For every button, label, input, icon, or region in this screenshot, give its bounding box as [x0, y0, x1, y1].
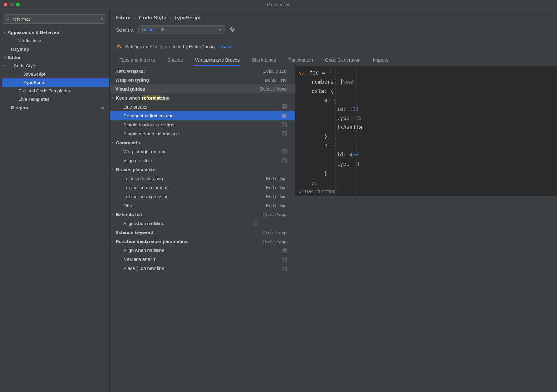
- pin-icon: ▭: [100, 105, 104, 110]
- setting-value: Do not wrap: [263, 230, 291, 235]
- setting-row[interactable]: New line after '(': [110, 255, 295, 264]
- setting-row[interactable]: Visual guidesDefault: None: [110, 84, 295, 93]
- gear-icon[interactable]: [229, 27, 235, 33]
- sidebar-item-file-and-code-templates[interactable]: File and Code Templates: [2, 87, 109, 95]
- setting-row[interactable]: Extends keywordDo not wrap: [110, 228, 295, 237]
- warning-row: Settings may be overridden by EditorConf…: [110, 39, 557, 54]
- tab-imports[interactable]: Imports: [372, 54, 389, 66]
- content-panel: Editor›Code Style›TypeScript Scheme: Def…: [110, 9, 557, 392]
- setting-row[interactable]: Align when multiline: [110, 246, 295, 255]
- checkbox[interactable]: [282, 131, 287, 136]
- checkbox[interactable]: [282, 248, 287, 253]
- tab-punctuation[interactable]: Punctuation: [288, 54, 313, 66]
- sidebar-item-label: JavaScript: [23, 71, 45, 77]
- sidebar-item-label: Plugins: [11, 105, 28, 110]
- setting-row[interactable]: ▾Function declaration parametersDo not w…: [110, 237, 295, 246]
- setting-value: Do not wrap: [263, 239, 291, 244]
- scheme-suffix: IDE: [158, 27, 165, 32]
- clear-icon[interactable]: ✕: [100, 16, 104, 21]
- breadcrumb-item[interactable]: Code Style: [139, 15, 166, 21]
- scheme-row: Scheme: DefaultIDE ▼: [110, 25, 557, 39]
- setting-label: New line after '(': [123, 257, 156, 262]
- tab-tabs-and-indents[interactable]: Tabs and Indents: [119, 54, 155, 66]
- sidebar-item-plugins[interactable]: Plugins▭: [2, 103, 109, 112]
- setting-value: Do not wrap: [263, 212, 291, 217]
- tab-wrapping-and-braces[interactable]: Wrapping and Braces: [194, 54, 240, 66]
- checkbox[interactable]: [282, 266, 287, 271]
- setting-label: Wrap on typing: [115, 77, 149, 83]
- sidebar-item-label: Code Style: [14, 63, 36, 68]
- sidebar-item-code-style[interactable]: ▾Code Style: [2, 62, 109, 70]
- window-title: Preferences: [267, 2, 290, 7]
- traffic-lights: [0, 3, 20, 6]
- setting-label: Function declaration parameters: [116, 239, 188, 244]
- sidebar-item-label: Appearance & Behavior: [7, 30, 60, 35]
- sidebar-item-typescript[interactable]: TypeScript: [2, 78, 109, 87]
- checkbox[interactable]: [282, 113, 287, 118]
- setting-row[interactable]: Simple blocks in one line: [110, 120, 295, 129]
- setting-row[interactable]: ▾Extends listDo not wrap: [110, 210, 295, 219]
- setting-row[interactable]: Hard wrap at:Default: 120: [110, 66, 295, 75]
- tab-code-generation[interactable]: Code Generation: [325, 54, 361, 66]
- setting-row[interactable]: Align when multiline: [110, 219, 295, 228]
- sidebar-item-notifications[interactable]: Notifications: [2, 36, 109, 45]
- setting-row[interactable]: ▾Braces placement: [110, 165, 295, 174]
- scheme-select[interactable]: DefaultIDE ▼: [138, 25, 225, 34]
- search-input[interactable]: [3, 14, 106, 24]
- sidebar-item-label: Notifications: [17, 38, 43, 43]
- setting-row[interactable]: In class declarationEnd of line: [110, 174, 295, 183]
- setting-row[interactable]: In function declarationEnd of line: [110, 183, 295, 192]
- checkbox[interactable]: [282, 257, 287, 262]
- sidebar-item-javascript[interactable]: JavaScript: [2, 70, 109, 78]
- svg-point-0: [6, 17, 9, 20]
- setting-row[interactable]: Comment at first column: [110, 111, 295, 120]
- setting-row[interactable]: ▾Comments: [110, 138, 295, 147]
- setting-label: Wrap at right margin: [123, 149, 165, 154]
- setting-row[interactable]: Wrap on typingDefault: No: [110, 75, 295, 84]
- breadcrumb-item[interactable]: TypeScript: [174, 15, 201, 21]
- setting-row[interactable]: Line breaks: [110, 102, 295, 111]
- setting-label: Simple methods in one line: [123, 131, 179, 136]
- setting-row[interactable]: Wrap at right margin: [110, 147, 295, 156]
- checkbox[interactable]: [282, 158, 287, 163]
- tab-blank-lines[interactable]: Blank Lines: [251, 54, 277, 66]
- minimize-icon[interactable]: [10, 3, 14, 6]
- scheme-label: Scheme:: [116, 27, 134, 32]
- setting-value: End of line: [266, 176, 291, 181]
- chevron-down-icon: ▾: [110, 239, 116, 243]
- setting-row[interactable]: Place ')' on new line: [110, 264, 295, 273]
- checkbox[interactable]: [253, 221, 257, 226]
- sidebar-item-live-templates[interactable]: Live Templates: [2, 95, 109, 103]
- chevron-down-icon: ▾: [2, 55, 7, 59]
- setting-label: Hard wrap at:: [115, 68, 145, 74]
- tab-spaces[interactable]: Spaces: [167, 54, 183, 66]
- maximize-icon[interactable]: [16, 3, 20, 6]
- sidebar-item-keymap[interactable]: Keymap: [2, 45, 109, 53]
- warning-text: Settings may be overridden by EditorConf…: [125, 44, 215, 49]
- close-icon[interactable]: [4, 3, 7, 6]
- chevron-down-icon: ▾: [110, 168, 116, 172]
- checkbox[interactable]: [282, 104, 287, 109]
- search-icon: [6, 16, 10, 22]
- warning-icon: [116, 43, 121, 50]
- setting-row[interactable]: ▾Keep when reformatting: [110, 93, 295, 102]
- chevron-down-icon: ▾: [110, 141, 116, 145]
- breadcrumb-item[interactable]: Editor: [116, 15, 131, 21]
- setting-row[interactable]: Align multiline: [110, 156, 295, 165]
- sidebar-item-editor[interactable]: ▾Editor: [2, 53, 109, 62]
- setting-row[interactable]: Simple methods in one line: [110, 129, 295, 138]
- checkbox[interactable]: [282, 149, 287, 154]
- sidebar-item-appearance-behavior[interactable]: ▾Appearance & Behavior: [2, 28, 109, 36]
- setting-label: Align multiline: [123, 158, 152, 163]
- setting-row[interactable]: In function expressionEnd of line: [110, 192, 295, 201]
- setting-value: End of line: [266, 203, 291, 208]
- setting-label: In function expression: [123, 194, 168, 199]
- setting-label: Comments: [116, 140, 140, 145]
- setting-row[interactable]: OtherEnd of line: [110, 201, 295, 210]
- setting-value: End of line: [266, 185, 291, 190]
- settings-tree: ▾Appearance & BehaviorNotificationsKeyma…: [0, 28, 109, 112]
- breadcrumb-separator: ›: [134, 15, 136, 21]
- disable-link[interactable]: Disable: [218, 44, 234, 49]
- checkbox[interactable]: [282, 122, 287, 127]
- search-container: ✕: [3, 14, 106, 24]
